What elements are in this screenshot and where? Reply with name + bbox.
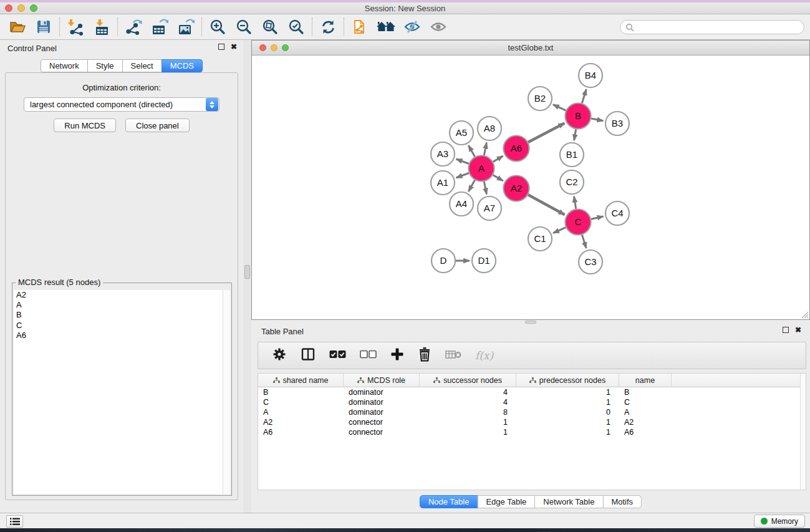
graph-node-B2[interactable]: B2 <box>528 87 552 110</box>
graph-node-A7[interactable]: A7 <box>478 196 501 220</box>
table-cell[interactable]: C <box>619 397 672 407</box>
edge-A-A1[interactable] <box>456 173 469 178</box>
edge-A-A2[interactable] <box>493 175 503 181</box>
export-network-button[interactable] <box>123 17 143 37</box>
close-panel-icon[interactable]: ✖ <box>231 44 237 50</box>
tab-node-table[interactable]: Node Table <box>420 495 478 508</box>
edge-C-C2[interactable] <box>574 196 576 209</box>
table-cell[interactable]: dominator <box>344 387 420 397</box>
show-column-panel-button[interactable] <box>301 347 316 364</box>
show-all-button[interactable] <box>428 17 448 37</box>
search-input[interactable] <box>634 22 804 33</box>
import-network-button[interactable] <box>65 17 85 37</box>
node-table[interactable]: shared nameMCDS rolesuccessor nodesprede… <box>258 373 806 490</box>
function-builder-button[interactable]: f(x) <box>475 349 493 362</box>
edge-C-C3[interactable] <box>582 235 586 249</box>
tab-select[interactable]: Select <box>122 59 162 72</box>
edge-A2-C[interactable] <box>528 195 565 215</box>
table-cell[interactable]: dominator <box>344 397 420 407</box>
table-cell[interactable]: B <box>258 387 344 397</box>
edge-A-A8[interactable] <box>484 143 486 155</box>
memory-button[interactable]: Memory <box>754 515 805 528</box>
export-image-button[interactable] <box>176 17 196 37</box>
graph-node-A8[interactable]: A8 <box>478 117 501 140</box>
table-cell[interactable]: 1 <box>516 427 619 437</box>
table-cell[interactable]: C <box>258 397 344 407</box>
graph-node-C1[interactable]: C1 <box>528 227 552 251</box>
table-cell[interactable]: 1 <box>516 397 619 407</box>
edge-B-B3[interactable] <box>591 118 603 121</box>
zoom-out-button[interactable] <box>234 17 254 37</box>
table-cell[interactable]: 1 <box>516 387 619 397</box>
edge-A-A4[interactable] <box>468 180 475 191</box>
zoom-fit-button[interactable] <box>260 17 280 37</box>
network-window-titlebar[interactable]: testGlobe.txt <box>252 41 809 56</box>
close-panel-button[interactable]: Close panel <box>125 118 190 132</box>
graph-node-B3[interactable]: B3 <box>605 112 629 135</box>
table-cell[interactable]: 8 <box>420 407 516 417</box>
table-row[interactable]: Cdominator41C <box>258 397 806 407</box>
table-cell[interactable]: A6 <box>619 427 672 437</box>
resize-grip-icon[interactable] <box>801 311 809 319</box>
graph-node-B4[interactable]: B4 <box>579 64 602 87</box>
column-header-shared-name[interactable]: shared name <box>258 374 344 387</box>
divider-handle[interactable] <box>244 265 250 279</box>
task-history-button[interactable] <box>6 515 23 528</box>
edge-B-B4[interactable] <box>582 89 586 103</box>
column-header-name[interactable]: name <box>619 374 672 387</box>
table-cell[interactable]: A <box>619 407 672 417</box>
tab-network-table[interactable]: Network Table <box>534 495 603 508</box>
table-cell[interactable]: 4 <box>420 387 516 397</box>
graph-node-A3[interactable]: A3 <box>431 142 455 166</box>
close-table-panel-icon[interactable]: ✖ <box>795 327 801 333</box>
edge-A-A7[interactable] <box>484 181 486 194</box>
network-from-file-button[interactable] <box>350 17 370 37</box>
edge-A6-B[interactable] <box>528 123 564 142</box>
table-cell[interactable]: 0 <box>516 407 619 417</box>
edge-B-B1[interactable] <box>574 129 576 140</box>
tab-motifs[interactable]: Motifs <box>602 495 642 508</box>
mcds-result-item[interactable]: A2 <box>14 290 223 300</box>
table-cell[interactable]: A2 <box>619 417 672 427</box>
add-column-button[interactable] <box>390 347 404 364</box>
tab-network[interactable]: Network <box>41 59 88 72</box>
graph-node-A2[interactable]: A2 <box>504 176 529 201</box>
open-session-button[interactable] <box>7 17 27 37</box>
table-cell[interactable]: connector <box>344 427 420 437</box>
table-cell[interactable]: connector <box>344 417 420 427</box>
table-scrollbar[interactable] <box>800 374 806 490</box>
mcds-list-scrollbar[interactable] <box>223 290 230 494</box>
edge-B-B2[interactable] <box>553 105 566 110</box>
table-cell[interactable]: A6 <box>258 427 344 437</box>
zoom-selected-button[interactable] <box>286 17 306 37</box>
float-panel-icon[interactable] <box>218 44 224 50</box>
import-table-button[interactable] <box>92 17 112 37</box>
table-cell[interactable]: dominator <box>344 407 420 417</box>
graph-node-A1[interactable]: A1 <box>431 171 455 195</box>
table-settings-button[interactable] <box>272 347 287 364</box>
column-header-predecessor-nodes[interactable]: predecessor nodes <box>516 374 619 387</box>
table-cell[interactable]: 1 <box>420 417 516 427</box>
edge-A-A5[interactable] <box>468 145 475 157</box>
graph-node-A6[interactable]: A6 <box>504 136 529 162</box>
graph-node-C4[interactable]: C4 <box>605 201 629 225</box>
tab-style[interactable]: Style <box>87 59 123 72</box>
tab-mcds[interactable]: MCDS <box>162 59 203 72</box>
mcds-result-item[interactable]: C <box>14 321 223 331</box>
refresh-button[interactable] <box>318 17 338 37</box>
run-mcds-button[interactable]: Run MCDS <box>54 118 116 132</box>
table-row[interactable]: Bdominator41B <box>258 387 806 397</box>
optimization-criterion-select[interactable]: largest connected component (directed) <box>24 97 219 112</box>
edge-C-C1[interactable] <box>553 228 566 233</box>
delete-table-button[interactable] <box>445 349 461 362</box>
hide-selected-button[interactable] <box>402 17 422 37</box>
graph-node-A[interactable]: A <box>469 156 494 181</box>
graph-node-B[interactable]: B <box>566 104 591 129</box>
graph-node-B1[interactable]: B1 <box>560 143 584 167</box>
export-table-button[interactable] <box>150 17 170 37</box>
graph-node-D[interactable]: D <box>432 249 455 273</box>
graph-node-A5[interactable]: A5 <box>450 121 473 145</box>
home-button[interactable] <box>376 17 396 37</box>
table-row[interactable]: A2connector11A2 <box>258 417 806 427</box>
zoom-in-button[interactable] <box>208 17 228 37</box>
